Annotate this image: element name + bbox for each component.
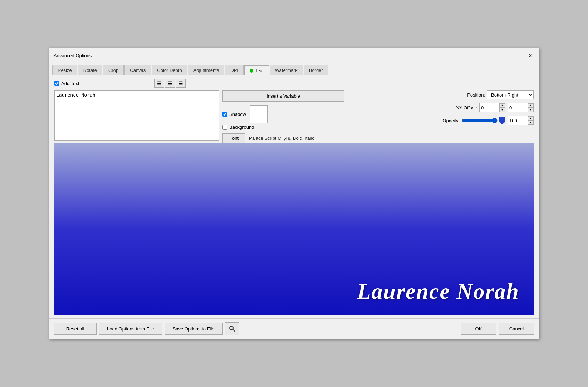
offset-y-input[interactable] [508, 104, 528, 111]
opacity-up[interactable]: ▲ [528, 116, 533, 121]
options-panel: Insert a Variable Shadow Background [222, 90, 430, 143]
offset-x-down[interactable]: ▼ [499, 108, 505, 112]
tab-crop[interactable]: Crop [103, 65, 124, 75]
content-area: Add Text ☰ ☰ ☰ Laurence Norah Insert a V… [49, 75, 539, 318]
shadow-color-group: Shadow Background [222, 104, 430, 130]
top-controls: Add Text ☰ ☰ ☰ [54, 79, 534, 88]
align-center-button[interactable]: ☰ [165, 79, 175, 88]
reset-all-button[interactable]: Reset all [54, 323, 97, 335]
opacity-value-wrap: ▲ ▼ [508, 116, 534, 125]
background-row: Background [222, 124, 430, 130]
position-row: Position: Top-Left Top-Center Top-Right … [433, 90, 534, 99]
tab-watermark[interactable]: Watermark [270, 65, 303, 75]
align-buttons: ☰ ☰ ☰ [154, 79, 186, 88]
ok-button[interactable]: OK [461, 323, 496, 335]
tab-color-depth[interactable]: Color Depth [152, 65, 187, 75]
svg-line-1 [233, 329, 235, 332]
align-left-button[interactable]: ☰ [154, 79, 164, 88]
tab-active-dot [250, 69, 253, 73]
background-checkbox[interactable] [222, 125, 227, 130]
shadow-row: Shadow [222, 105, 430, 123]
tab-rotate[interactable]: Rotate [78, 65, 102, 75]
close-button[interactable]: ✕ [526, 51, 534, 60]
text-area-wrap: Laurence Norah [54, 90, 219, 142]
font-row: Font Palace Script MT,48, Bold, Italic [222, 133, 430, 143]
add-text-checkbox[interactable] [54, 81, 59, 86]
opacity-spinners: ▲ ▼ [528, 116, 533, 125]
offset-y-wrap: ▲ ▼ [508, 103, 534, 112]
align-right-button[interactable]: ☰ [176, 79, 186, 88]
save-options-button[interactable]: Save Options to File [165, 323, 223, 335]
opacity-label: Opacity: [442, 118, 460, 123]
offset-x-input[interactable] [480, 104, 499, 111]
advanced-options-dialog: Advanced Options ✕ Resize Rotate Crop Ca… [49, 48, 539, 339]
opacity-slider-wrap [462, 117, 505, 124]
position-label: Position: [467, 92, 485, 98]
cancel-button[interactable]: Cancel [499, 323, 534, 335]
watermark-preview-text: Laurence Norah [357, 279, 519, 304]
offset-x-up[interactable]: ▲ [499, 103, 505, 108]
search-icon [229, 325, 236, 332]
dialog-title: Advanced Options [54, 53, 92, 58]
tab-resize[interactable]: Resize [52, 65, 77, 75]
xy-offset-row: XY Offset: ▲ ▼ ▲ ▼ [433, 103, 534, 112]
load-options-button[interactable]: Load Options from File [99, 323, 162, 335]
font-info: Palace Script MT,48, Bold, Italic [249, 136, 314, 141]
font-button[interactable]: Font [222, 133, 245, 143]
tab-border[interactable]: Border [304, 65, 328, 75]
xy-offset-label: XY Offset: [456, 105, 477, 111]
tab-text[interactable]: Text [244, 65, 269, 75]
preview-area: Laurence Norah [54, 143, 534, 315]
opacity-input[interactable] [508, 117, 528, 124]
title-bar: Advanced Options ✕ [49, 48, 539, 63]
tabs-bar: Resize Rotate Crop Canvas Color Depth Ad… [49, 63, 539, 75]
shadow-checkbox[interactable] [222, 112, 227, 117]
offset-y-down[interactable]: ▼ [528, 108, 533, 112]
offset-x-wrap: ▲ ▼ [479, 103, 505, 112]
bottom-bar: Reset all Load Options from File Save Op… [49, 318, 539, 339]
folder-icon-button[interactable] [225, 322, 239, 335]
offset-x-spinners: ▲ ▼ [499, 103, 505, 112]
offset-y-spinners: ▲ ▼ [528, 103, 533, 112]
svg-point-0 [230, 326, 233, 330]
opacity-thumb-icon [499, 117, 505, 124]
insert-variable-button[interactable]: Insert a Variable [222, 90, 344, 102]
right-panel: Position: Top-Left Top-Center Top-Right … [433, 90, 534, 125]
text-input[interactable]: Laurence Norah [54, 90, 219, 141]
background-checkbox-label[interactable]: Background [222, 124, 254, 130]
tab-adjustments[interactable]: Adjustments [188, 65, 225, 75]
tab-dpi[interactable]: DPI [225, 65, 244, 75]
shadow-color-box[interactable] [250, 105, 268, 123]
opacity-slider[interactable] [462, 118, 498, 123]
position-select[interactable]: Top-Left Top-Center Top-Right Middle-Lef… [487, 90, 534, 99]
opacity-row: Opacity: ▲ ▼ [433, 116, 534, 125]
main-options-row: Laurence Norah Insert a Variable Shadow [54, 90, 534, 143]
add-text-checkbox-label[interactable]: Add Text [54, 81, 79, 86]
shadow-checkbox-label[interactable]: Shadow [222, 112, 246, 117]
opacity-down[interactable]: ▼ [528, 121, 533, 125]
tab-canvas[interactable]: Canvas [124, 65, 151, 75]
offset-y-up[interactable]: ▲ [528, 103, 533, 108]
